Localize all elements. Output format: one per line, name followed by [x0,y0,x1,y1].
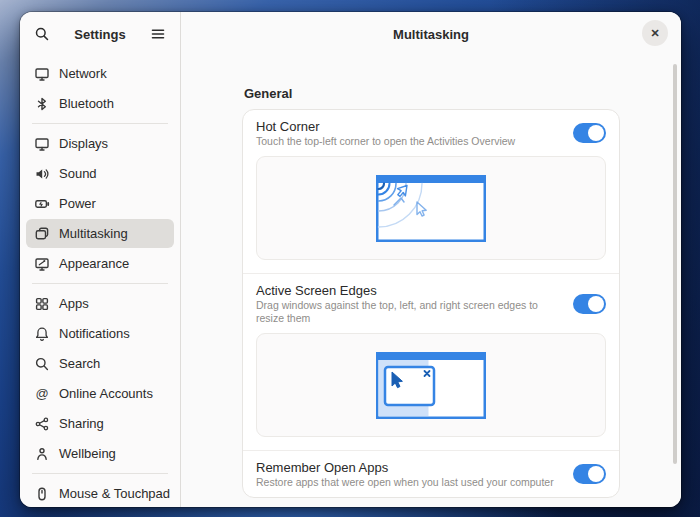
main-menu-button[interactable] [144,20,172,48]
hot-corner-row: Hot Corner Touch the top-left corner to … [243,110,619,156]
search-icon [34,26,50,42]
sidebar-item-displays[interactable]: Displays [26,129,174,158]
sidebar-item-search[interactable]: Search [26,349,174,378]
bell-icon [34,326,50,342]
mouse-icon [34,486,50,502]
hot-corner-illustration-svg [376,175,486,242]
settings-content: General Hot Corner Touch the top-left co… [242,56,620,507]
sidebar-item-label: Network [59,66,107,81]
bluetooth-icon [34,96,50,112]
active-screen-edges-subtitle: Drag windows against the top, left, and … [256,299,561,325]
sidebar-item-appearance[interactable]: Appearance [26,249,174,278]
sidebar-item-power[interactable]: Power [26,189,174,218]
power-icon [34,196,50,212]
hot-corner-title: Hot Corner [256,118,561,135]
main-header: Multitasking ✕ [181,12,681,56]
network-icon [34,66,50,82]
general-card: Hot Corner Touch the top-left corner to … [242,109,620,498]
active-screen-edges-row: Active Screen Edges Drag windows against… [243,274,619,333]
sidebar-item-label: Multitasking [59,226,128,241]
sidebar-item-label: Wellbeing [59,446,116,461]
sidebar-item-network[interactable]: Network [26,59,174,88]
sidebar-item-label: Online Accounts [59,386,153,401]
sidebar-item-multitasking[interactable]: Multitasking [26,219,174,248]
sidebar-item-label: Displays [59,136,108,151]
main-panel: Multitasking ✕ General Hot Corner Touch … [181,12,681,507]
sidebar-item-sharing[interactable]: Sharing [26,409,174,438]
sidebar-item-label: Sound [59,166,97,181]
apps-grid-icon [34,296,50,312]
appearance-icon [34,256,50,272]
sidebar: Settings Network Bluetooth [20,12,181,507]
sidebar-item-bluetooth[interactable]: Bluetooth [26,89,174,118]
sidebar-item-label: Apps [59,296,89,311]
settings-window: Settings Network Bluetooth [20,12,681,507]
active-screen-edges-title: Active Screen Edges [256,282,561,299]
hot-corner-toggle[interactable] [573,123,606,143]
active-screen-edges-illustration-svg [376,352,486,419]
sidebar-item-label: Notifications [59,326,130,341]
remember-open-apps-title: Remember Open Apps [256,459,561,476]
at-sign-icon: @ [34,386,50,402]
hot-corner-subtitle: Touch the top-left corner to open the Ac… [256,135,561,148]
sidebar-item-label: Search [59,356,100,371]
hot-corner-illustration [256,156,606,260]
multitasking-icon [34,226,50,242]
vertical-scrollbar[interactable] [673,64,677,464]
active-screen-edges-toggle[interactable] [573,294,606,314]
svg-text:@: @ [35,386,48,401]
sidebar-divider [32,123,168,124]
sidebar-item-label: Power [59,196,96,211]
sidebar-item-label: Bluetooth [59,96,114,111]
share-icon [34,416,50,432]
sidebar-divider [32,283,168,284]
sidebar-nav: Network Bluetooth Displays Sound [20,56,180,507]
search-button[interactable] [28,20,56,48]
close-button[interactable]: ✕ [642,20,668,46]
hamburger-menu-icon [150,26,166,42]
sidebar-item-label: Mouse & Touchpad [59,486,170,501]
sidebar-item-online-accounts[interactable]: @ Online Accounts [26,379,174,408]
sidebar-item-mouse-touchpad[interactable]: Mouse & Touchpad [26,479,174,507]
sidebar-title: Settings [74,27,125,42]
sidebar-item-apps[interactable]: Apps [26,289,174,318]
remember-open-apps-row: Remember Open Apps Restore apps that wer… [243,451,619,497]
sidebar-divider [32,473,168,474]
displays-icon [34,136,50,152]
sidebar-item-sound[interactable]: Sound [26,159,174,188]
page-title: Multitasking [393,27,469,42]
section-heading-general: General [244,86,620,101]
sidebar-item-notifications[interactable]: Notifications [26,319,174,348]
search-icon [34,356,50,372]
sidebar-item-label: Sharing [59,416,104,431]
remember-open-apps-subtitle: Restore apps that were open when you las… [256,476,561,489]
remember-open-apps-toggle[interactable] [573,464,606,484]
wellbeing-person-icon [34,446,50,462]
sidebar-item-label: Appearance [59,256,129,271]
sidebar-header: Settings [20,12,180,56]
sidebar-item-wellbeing[interactable]: Wellbeing [26,439,174,468]
active-screen-edges-illustration [256,333,606,437]
sound-icon [34,166,50,182]
